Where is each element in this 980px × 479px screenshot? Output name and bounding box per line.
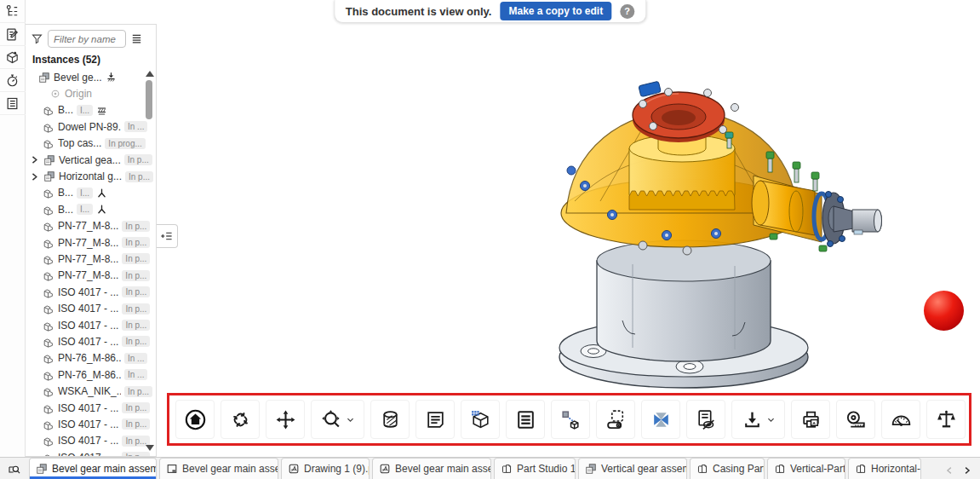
list-item[interactable]: PN-77_M-8... In p... [26,234,156,251]
list-item[interactable]: ISO 4017 - ... In p... [26,433,156,449]
chevron-right-icon[interactable] [29,171,40,182]
part-icon [43,104,54,116]
list-item[interactable]: Dowel PN-89... In ... [26,118,156,135]
bom-icon[interactable] [0,92,26,115]
mass-properties-button[interactable] [926,400,966,439]
onshape-window: Instances (52) Bevel ge... Origin B... I… [0,0,980,479]
item-label: Dowel PN-89... [58,121,121,133]
assembly-icon [43,170,55,182]
versions-history-icon[interactable] [0,69,26,92]
list-item[interactable]: Top cas... In prog... [26,136,156,152]
list-item[interactable]: ISO 4017 - ... In p... [26,400,156,416]
print-button[interactable] [791,400,830,439]
list-item[interactable]: ISO 4017 - ... In p... [26,300,156,316]
red-sphere-part[interactable] [924,291,964,331]
search-tabs-button[interactable] [0,458,29,479]
make-copy-button[interactable]: Make a copy to edit [500,2,611,20]
tab-assembly[interactable]: Vertical gear assembly [578,458,687,479]
list-item[interactable]: Bevel ge... [26,69,156,85]
assembly-icon [38,72,50,84]
list-item[interactable]: ISO 4017 - ... In p... [26,317,156,333]
list-item[interactable]: ISO 4017 - ... In p... [26,284,156,300]
list-options-icon[interactable] [130,32,143,45]
tab-part-studio[interactable]: Vertical-Parts [767,458,845,479]
tab-part-studio[interactable]: Part Studio 1 [494,458,576,479]
list-item[interactable]: PN-77_M-8... In p... [26,218,156,234]
tab-part-studio[interactable]: Casing Parts [690,458,765,479]
part-icon [43,369,54,381]
gearbox-model[interactable] [541,66,898,392]
part-icon [43,402,54,414]
assembly-icon [585,463,597,475]
zoom-view-button[interactable] [311,400,364,439]
part-icon [43,253,54,265]
explode-view-button[interactable] [551,400,590,439]
panel-scrollbar[interactable] [145,69,154,453]
panel-collapse-handle[interactable] [157,224,178,248]
tab-scroll-nav [941,465,980,479]
item-label: B... [58,187,73,199]
part-studio-icon [855,463,867,475]
measure-button[interactable] [836,400,875,439]
scroll-up-arrow[interactable] [146,71,154,77]
chevron-down-icon[interactable] [766,415,776,424]
protractor-button[interactable] [881,400,920,439]
rotate-view-button[interactable] [221,400,260,439]
state-badge: I... [77,105,93,116]
list-item[interactable]: ISO 4017 - ... In p... [26,333,156,349]
edit-document-icon[interactable] [0,23,26,46]
list-item[interactable]: B... I... [26,201,156,217]
appearances-button[interactable] [641,400,680,439]
item-label: PN-77_M-8... [58,237,118,249]
list-item[interactable]: Vertical gea... In p... [26,152,156,168]
structure-tree-icon[interactable] [0,0,26,23]
tab-label: Bevel gear main assem... [52,463,157,475]
tab-pdf[interactable]: Bevel gear main assem... [372,458,491,479]
list-item[interactable]: WSKA_NIK_... In p... [26,383,156,399]
parts-icon[interactable] [0,46,26,69]
scroll-down-arrow[interactable] [146,445,154,451]
tab-label: Bevel gear main assem... [395,463,491,475]
list-item[interactable]: PN-77_M-8... In p... [26,268,156,284]
list-item[interactable]: PN-77_M-8... In p... [26,251,156,267]
list-item[interactable]: Origin [26,85,156,101]
item-label: Origin [65,88,92,100]
tabs-scroll-left-icon[interactable] [944,465,954,476]
scroll-thumb[interactable] [146,80,152,119]
tab-assembly[interactable]: Bevel gear main assem... [29,458,157,479]
named-views-button[interactable] [461,400,500,439]
hide-annotations-button[interactable] [686,400,725,439]
item-label: Vertical gea... [59,154,121,166]
home-view-button[interactable] [175,400,215,439]
chevron-down-icon[interactable] [346,415,355,424]
section-plane-button[interactable] [596,400,635,439]
tab-pdf[interactable]: Drawing 1 (9).pdf [281,458,370,479]
list-item[interactable]: ISO 4017 - ... In p... [26,416,156,432]
help-icon[interactable]: ? [620,4,634,19]
viewport-toolbar [167,393,971,446]
drawing-icon [166,463,178,475]
section-view-button[interactable] [370,400,410,439]
item-label: Top cas... [58,137,101,149]
drawing-sheet-button[interactable] [415,400,455,439]
tabs-scroll-right-icon[interactable] [962,465,972,476]
list-item[interactable]: B... I... [26,185,156,201]
filter-input[interactable] [48,30,126,48]
pan-view-button[interactable] [266,400,305,439]
export-button[interactable] [731,400,785,439]
list-item[interactable]: ISO 4017 - ... In p... [26,449,156,457]
tab-drawing[interactable]: Bevel gear main assem... [159,458,278,479]
instances-tree: Bevel ge... Origin B... I... Dowel PN-89… [26,69,156,457]
bom-table-button[interactable] [506,400,545,439]
pdf-icon [288,463,300,475]
list-item[interactable]: PN-76_M-86... In ... [26,350,156,366]
filter-funnel-icon[interactable] [31,32,43,45]
3d-viewport[interactable]: Top Front Right Z Y X [179,0,980,457]
tab-part-studio[interactable]: Horizontal-Par [848,458,921,479]
chevron-right-icon[interactable] [29,154,40,165]
list-item[interactable]: Horizontal g... In p... [26,168,156,184]
list-item[interactable]: B... I... [26,102,156,118]
state-badge: I... [77,188,93,199]
item-label: Horizontal g... [59,170,122,182]
list-item[interactable]: PN-76_M-86... In ... [26,366,156,383]
